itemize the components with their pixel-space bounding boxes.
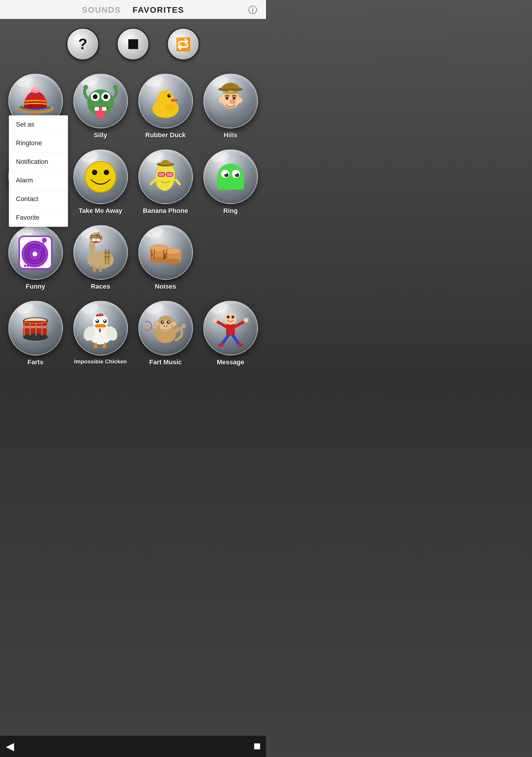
svg-rect-94 xyxy=(104,252,110,254)
take-me-away-label: Take Me Away xyxy=(79,207,122,215)
svg-line-157 xyxy=(235,321,245,327)
sound-item-take-me-away[interactable]: Take Me Away xyxy=(68,145,133,221)
rubber-duck-bubble xyxy=(138,74,193,128)
svg-rect-97 xyxy=(99,266,102,272)
svg-point-131 xyxy=(96,320,98,321)
svg-rect-118 xyxy=(30,322,31,336)
funny-bubble xyxy=(8,225,63,280)
svg-rect-27 xyxy=(221,88,240,91)
sound-item-hills[interactable]: Hills xyxy=(198,69,263,145)
svg-point-159 xyxy=(244,318,248,322)
context-menu-favorite[interactable]: Favorite xyxy=(9,208,68,227)
context-menu-ringtone[interactable]: Ringtone xyxy=(9,134,68,153)
sound-item-fart-music[interactable]: Fart Music xyxy=(133,296,198,372)
svg-point-34 xyxy=(236,97,242,103)
context-menu-contact[interactable]: Contact xyxy=(9,190,68,208)
svg-rect-152 xyxy=(226,324,235,336)
svg-line-161 xyxy=(233,336,239,345)
svg-point-70 xyxy=(235,172,237,174)
svg-rect-120 xyxy=(42,322,43,336)
svg-point-22 xyxy=(164,104,175,110)
svg-point-145 xyxy=(166,325,167,327)
sound-item-message[interactable]: Message xyxy=(198,296,263,372)
ring-bubble xyxy=(203,149,258,204)
hills-label: Hills xyxy=(224,131,237,139)
tab-favorites[interactable]: FAVORITES xyxy=(133,5,185,15)
noises-icon xyxy=(145,232,186,273)
svg-point-33 xyxy=(219,97,224,103)
svg-point-13 xyxy=(93,94,98,99)
svg-point-29 xyxy=(222,91,239,94)
sound-item-races[interactable]: Races xyxy=(68,221,133,296)
funny-icon xyxy=(15,232,56,273)
stop-button[interactable]: ⏹ xyxy=(117,28,149,60)
svg-point-82 xyxy=(24,265,26,267)
controls-row: ? ⏹ 🔁 xyxy=(0,19,266,66)
svg-point-148 xyxy=(145,323,150,328)
svg-point-154 xyxy=(227,316,230,318)
svg-point-142 xyxy=(162,321,164,322)
banana-phone-icon xyxy=(145,156,186,197)
svg-point-163 xyxy=(237,343,243,347)
farts-icon xyxy=(15,308,56,349)
fart-music-icon xyxy=(145,308,186,349)
svg-point-80 xyxy=(42,238,47,242)
sound-item-banana-phone[interactable]: Banana Phone xyxy=(133,145,198,221)
ring-icon xyxy=(210,156,251,197)
svg-point-9 xyxy=(32,87,39,90)
context-menu-notification[interactable]: Notification xyxy=(9,153,68,171)
svg-rect-96 xyxy=(93,266,96,272)
impossible-chicken-icon xyxy=(80,308,121,349)
sound-item-impossible-chicken[interactable]: Impossible Chicken xyxy=(68,296,133,372)
svg-rect-121 xyxy=(47,322,48,336)
rubber-duck-label: Rubber Duck xyxy=(145,131,186,139)
message-label: Message xyxy=(217,358,245,366)
tab-sounds[interactable]: SOUNDS xyxy=(82,5,121,15)
svg-point-143 xyxy=(168,321,170,322)
svg-point-105 xyxy=(165,248,181,254)
sound-item-ring[interactable]: Ring xyxy=(198,145,263,221)
svg-point-83 xyxy=(27,265,29,267)
races-bubble xyxy=(73,225,128,280)
svg-point-15 xyxy=(83,85,88,90)
sound-item-silly[interactable]: Silly xyxy=(68,69,133,145)
hills-bubble xyxy=(203,74,258,128)
sound-item-rubber-duck[interactable]: Rubber Duck xyxy=(133,69,198,145)
silly-icon xyxy=(80,80,121,122)
svg-point-16 xyxy=(113,85,118,90)
info-icon[interactable]: ⓘ xyxy=(248,4,257,16)
noises-label: Noises xyxy=(155,283,176,290)
banana-phone-label: Banana Phone xyxy=(143,207,188,215)
repeat-button[interactable]: 🔁 xyxy=(167,28,199,60)
svg-line-160 xyxy=(222,336,228,345)
hills-icon xyxy=(210,80,251,122)
farts-bubble xyxy=(8,301,63,355)
svg-point-32 xyxy=(233,97,236,100)
sound-item-funny[interactable]: Funny xyxy=(3,221,68,296)
svg-point-136 xyxy=(155,322,159,326)
bottom-bar: ◀ xyxy=(0,736,266,757)
svg-point-25 xyxy=(176,99,177,101)
context-menu: Set as Ringtone Notification Alarm Conta… xyxy=(9,115,68,227)
question-icon: ? xyxy=(78,36,87,53)
races-icon xyxy=(80,232,121,273)
message-icon xyxy=(210,308,251,349)
svg-point-101 xyxy=(151,245,167,251)
svg-rect-19 xyxy=(102,107,106,110)
silly-bubble xyxy=(73,74,128,128)
sound-item-noises[interactable]: Noises xyxy=(133,221,198,296)
svg-rect-57 xyxy=(158,172,164,176)
svg-point-30 xyxy=(230,99,236,104)
back-button[interactable]: ◀ xyxy=(6,740,14,753)
svg-point-153 xyxy=(224,313,236,325)
svg-point-132 xyxy=(104,320,105,321)
context-menu-set-as[interactable]: Set as xyxy=(9,115,68,134)
random-button[interactable]: ? xyxy=(67,28,99,60)
sound-item-farts[interactable]: Farts xyxy=(3,296,68,372)
message-bubble xyxy=(203,301,258,355)
svg-point-104 xyxy=(164,259,181,264)
svg-point-155 xyxy=(231,316,234,318)
banana-phone-bubble xyxy=(138,149,193,204)
svg-point-24 xyxy=(169,95,170,96)
context-menu-alarm[interactable]: Alarm xyxy=(9,171,68,190)
